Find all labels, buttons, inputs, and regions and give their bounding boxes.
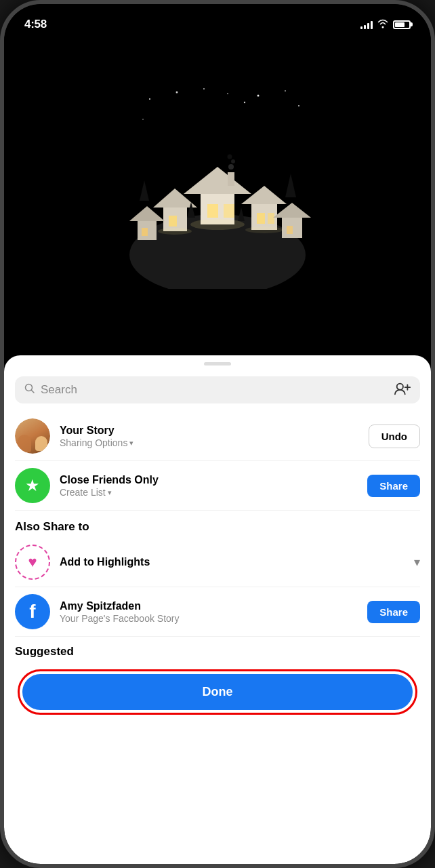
status-icons	[360, 19, 411, 31]
svg-point-7	[142, 119, 144, 120]
svg-point-6	[298, 105, 299, 106]
close-friends-title: Close Friends Only	[60, 473, 358, 488]
close-friends-text: Close Friends Only Create List ▾	[60, 473, 358, 498]
amy-text: Amy Spitzfaden Your Page's Facebook Stor…	[60, 599, 358, 625]
svg-point-33	[158, 228, 192, 235]
amy-name: Amy Spitzfaden	[60, 599, 358, 614]
done-button-outline: Done	[18, 669, 417, 715]
svg-point-5	[285, 90, 286, 92]
svg-rect-14	[224, 204, 234, 218]
wifi-icon	[377, 19, 389, 31]
highlights-title: Add to Highlights	[60, 555, 405, 570]
bottom-sheet: Search	[4, 355, 431, 864]
svg-rect-13	[207, 204, 218, 218]
svg-rect-25	[268, 213, 274, 224]
your-story-avatar	[15, 418, 50, 454]
highlights-text: Add to Highlights	[60, 555, 405, 570]
your-story-title: Your Story	[60, 424, 359, 438]
svg-rect-31	[287, 226, 293, 234]
close-friends-item[interactable]: ★ Close Friends Only Create List ▾ Share	[4, 461, 431, 510]
close-friends-avatar: ★	[15, 468, 50, 503]
also-share-header: Also Share to	[4, 511, 431, 538]
status-time: 4:58	[24, 18, 47, 31]
battery-fill	[395, 22, 405, 27]
search-bar[interactable]: Search	[15, 376, 420, 403]
svg-point-18	[228, 155, 232, 159]
svg-rect-24	[257, 213, 265, 224]
svg-rect-28	[142, 228, 148, 236]
battery-icon	[393, 20, 411, 29]
highlights-item[interactable]: ♥ Add to Highlights ▾	[4, 538, 431, 587]
highlights-avatar: ♥	[15, 545, 50, 580]
your-story-item[interactable]: Your Story Sharing Options ▾ Undo	[4, 412, 431, 460]
undo-button[interactable]: Undo	[369, 425, 420, 448]
suggested-header: Suggested	[4, 637, 431, 661]
star-icon: ★	[25, 476, 40, 495]
svg-point-34	[245, 226, 283, 233]
amy-subtitle: Your Page's Facebook Story	[60, 613, 358, 624]
sharing-options-chevron: ▾	[129, 439, 133, 448]
amy-facebook-avatar: f	[15, 594, 50, 629]
done-button[interactable]: Done	[22, 674, 413, 710]
svg-line-40	[32, 391, 35, 393]
bg-scene	[4, 4, 431, 384]
close-friends-share-button[interactable]: Share	[367, 475, 420, 497]
your-story-text: Your Story Sharing Options ▾	[60, 424, 359, 449]
svg-point-17	[231, 159, 235, 163]
svg-point-32	[190, 219, 245, 230]
sheet-handle	[204, 362, 231, 366]
signal-bars-icon	[360, 20, 373, 29]
highlights-chevron: ▾	[414, 555, 420, 570]
heart-icon: ♥	[28, 553, 37, 571]
scene-illustration	[123, 85, 312, 289]
svg-rect-15	[228, 172, 234, 186]
phone-frame: 4:58	[0, 0, 435, 868]
notch	[170, 4, 265, 23]
search-icon	[24, 383, 35, 397]
amy-share-button[interactable]: Share	[367, 601, 420, 623]
svg-point-8	[244, 102, 245, 103]
search-placeholder: Search	[41, 383, 411, 397]
svg-point-2	[176, 92, 178, 94]
svg-rect-21	[169, 216, 177, 226]
svg-point-4	[257, 95, 260, 97]
done-button-wrap: Done	[4, 661, 431, 735]
svg-point-9	[227, 93, 228, 94]
close-friends-subtitle: Create List ▾	[60, 487, 358, 498]
add-friends-button[interactable]	[394, 381, 411, 399]
svg-point-41	[397, 383, 403, 389]
create-list-chevron: ▾	[108, 488, 112, 497]
home-indicator	[173, 855, 262, 859]
screen: 4:58	[4, 4, 431, 864]
svg-point-3	[203, 88, 205, 90]
your-story-subtitle: Sharing Options ▾	[60, 437, 359, 448]
amy-page-item[interactable]: f Amy Spitzfaden Your Page's Facebook St…	[4, 587, 431, 636]
svg-point-16	[228, 164, 234, 170]
svg-point-1	[149, 98, 150, 100]
